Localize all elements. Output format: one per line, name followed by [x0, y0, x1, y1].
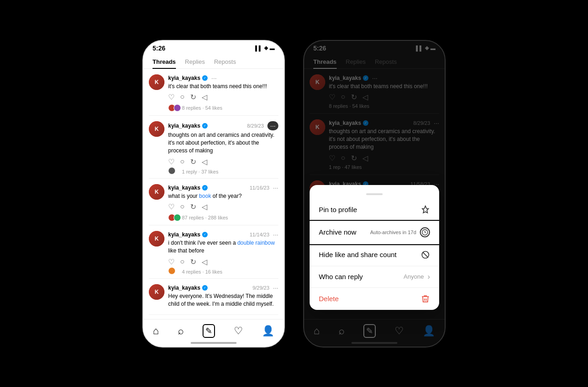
wifi-icon: ◈: [264, 45, 268, 51]
reply-right: Anyone ›: [404, 273, 430, 281]
comment-icon-1-light[interactable]: ○: [180, 93, 185, 101]
menu-handle: [310, 185, 439, 199]
avatar-stack-3-light: [168, 214, 179, 221]
tab-replies-light[interactable]: Replies: [185, 56, 205, 68]
timer-icon: [420, 227, 430, 237]
post-text-1-light: it's clear that both teams need this one…: [168, 83, 278, 90]
verified-1-light: ✓: [202, 75, 208, 81]
nav-activity-light[interactable]: ♡: [234, 325, 243, 337]
username-1-light: kyia_kayaks: [168, 75, 200, 81]
post-stats-1-light: 8 replies · 54 likes: [182, 105, 222, 111]
repost-icon-2-light[interactable]: ↻: [190, 157, 196, 166]
like-icon-3-light[interactable]: ♡: [168, 202, 175, 211]
comment-icon-4-light[interactable]: ○: [180, 258, 185, 266]
post-3-light: K kyia_kayaks ✓ 11/16/23 ··· what is you…: [149, 179, 278, 226]
like-icon-2-light[interactable]: ♡: [168, 157, 175, 166]
share-icon-4-light[interactable]: ◁: [202, 258, 207, 266]
menu-dots-5-light[interactable]: ···: [273, 284, 278, 292]
post-stats-2-light: 1 reply · 37 likes: [182, 169, 218, 174]
username-4-light: kyia_kayaks: [168, 231, 200, 238]
post-2-light: K kyia_kayaks ✓ 8/29/23 ··· thoughts on …: [149, 116, 278, 178]
like-icon-1-light[interactable]: ♡: [168, 93, 175, 101]
username-2-light: kyia_kayaks: [168, 123, 200, 129]
nav-home-light[interactable]: ⌂: [153, 325, 159, 337]
stats-row-2-light: 1 reply · 37 likes: [168, 167, 278, 174]
post-date-5-light: 9/29/23: [253, 285, 270, 291]
repost-icon-4-light[interactable]: ↻: [190, 258, 196, 266]
menu-item-pin[interactable]: Pin to profile: [310, 199, 439, 221]
avatar-stack-1-light: [168, 104, 179, 112]
menu-item-reply[interactable]: Who can reply Anyone ›: [310, 266, 439, 288]
verified-2-light: ✓: [202, 123, 208, 129]
comment-icon-2-light[interactable]: ○: [180, 157, 185, 166]
time-light: 5:26: [153, 45, 165, 52]
reply-avatar-5: [174, 214, 181, 221]
post-text-2-light: thoughts on art and ceramics and creativ…: [168, 131, 278, 154]
archive-label: Archive now: [319, 228, 356, 236]
status-bar-light: 5:26 ▌▌ ◈ ▬: [143, 41, 284, 54]
chevron-right-icon: ›: [428, 273, 430, 281]
pin-icon: [421, 205, 430, 214]
menu-item-hide[interactable]: Hide like and share count: [310, 244, 439, 266]
post-content-3-light: kyia_kayaks ✓ 11/16/23 ··· what is your …: [168, 184, 278, 222]
stats-row-3-light: 87 replies · 288 likes: [168, 212, 278, 221]
delete-label: Delete: [319, 295, 339, 303]
post-header-3-light: kyia_kayaks ✓ 11/16/23 ···: [168, 184, 278, 191]
avatar-img-1-light: K: [149, 74, 164, 90]
avatar-4-light: K: [149, 231, 164, 247]
verified-4-light: ✓: [202, 232, 208, 237]
post-header-4-light: kyia_kayaks ✓ 11/14/23 ···: [168, 231, 278, 238]
rainbow-link[interactable]: double rainbow: [237, 240, 275, 246]
menu-handle-bar: [366, 193, 383, 195]
avatar-img-4-light: K: [149, 231, 164, 247]
post-content-4-light: kyia_kayaks ✓ 11/14/23 ··· i don't think…: [168, 231, 278, 275]
avatar-5-light: K: [149, 284, 164, 300]
post-text-3-light: what is your book of the year?: [168, 192, 278, 200]
comment-icon-3-light[interactable]: ○: [180, 202, 185, 211]
menu-dots-3-light[interactable]: ···: [273, 184, 278, 191]
archive-right: Auto-archives in 17d: [370, 227, 430, 237]
signal-icon: ▌▌: [255, 45, 262, 51]
nav-search-light[interactable]: ⌕: [178, 325, 184, 337]
post-4-light: K kyia_kayaks ✓ 11/14/23 ··· i don't thi…: [149, 225, 278, 279]
tab-reposts-light[interactable]: Reposts: [214, 56, 236, 68]
nav-profile-light[interactable]: 👤: [262, 325, 274, 337]
scene: 5:26 ▌▌ ◈ ▬ Threads Replies Reposts K: [142, 40, 446, 348]
menu-dots-2-light[interactable]: ···: [267, 121, 278, 130]
nav-create-light[interactable]: ✎: [203, 324, 215, 338]
clock-icon: [421, 229, 429, 236]
like-icon-4-light[interactable]: ♡: [168, 258, 175, 266]
actions-2-light: ♡ ○ ↻ ◁: [168, 157, 278, 166]
repost-icon-1-light[interactable]: ↻: [190, 93, 196, 101]
status-icons-light: ▌▌ ◈ ▬: [255, 45, 275, 51]
hide-label: Hide like and share count: [319, 251, 396, 258]
home-indicator-light: [191, 342, 237, 344]
post-5-light: K kyia_kayaks ✓ 9/29/23 ··· Hey everyone…: [149, 279, 278, 315]
tab-threads-light[interactable]: Threads: [153, 56, 176, 69]
avatar-1-light: K: [149, 74, 164, 90]
share-icon-3-light[interactable]: ◁: [202, 202, 207, 211]
avatar-2-light: K: [149, 121, 164, 137]
book-link[interactable]: book: [199, 193, 211, 199]
pin-label: Pin to profile: [319, 206, 357, 213]
phone-dark: 5:26 ▌▌ ◈ ▬ Threads Replies Reposts K: [303, 40, 446, 348]
reply-avatar-2: [174, 104, 181, 112]
phone-dark-screen: 5:26 ▌▌ ◈ ▬ Threads Replies Reposts K: [304, 41, 445, 347]
anyone-text: Anyone: [404, 273, 424, 280]
phone-light-screen: 5:26 ▌▌ ◈ ▬ Threads Replies Reposts K: [143, 41, 284, 347]
post-content-2-light: kyia_kayaks ✓ 8/29/23 ··· thoughts on ar…: [168, 121, 278, 174]
share-icon-1-light[interactable]: ◁: [202, 93, 207, 101]
post-text-5-light: Hey everyone. It's Wednesday! The middle…: [168, 292, 278, 308]
menu-item-delete[interactable]: Delete: [310, 288, 439, 310]
repost-icon-3-light[interactable]: ↻: [190, 202, 196, 211]
menu-item-archive[interactable]: Archive now Auto-archives in 17d: [310, 221, 439, 244]
post-content-1-light: kyia_kayaks ✓ ··· it's clear that both t…: [168, 74, 278, 112]
actions-1-light: ♡ ○ ↻ ◁: [168, 93, 278, 101]
menu-dots-4-light[interactable]: ···: [273, 231, 278, 238]
post-date-2-light: 8/29/23: [247, 123, 264, 129]
share-icon-2-light[interactable]: ◁: [202, 157, 207, 166]
battery-icon: ▬: [270, 45, 275, 51]
menu-dots-1-light[interactable]: ···: [211, 74, 217, 82]
post-stats-4-light: 4 replies · 16 likes: [182, 269, 222, 275]
phone-light: 5:26 ▌▌ ◈ ▬ Threads Replies Reposts K: [142, 40, 285, 348]
